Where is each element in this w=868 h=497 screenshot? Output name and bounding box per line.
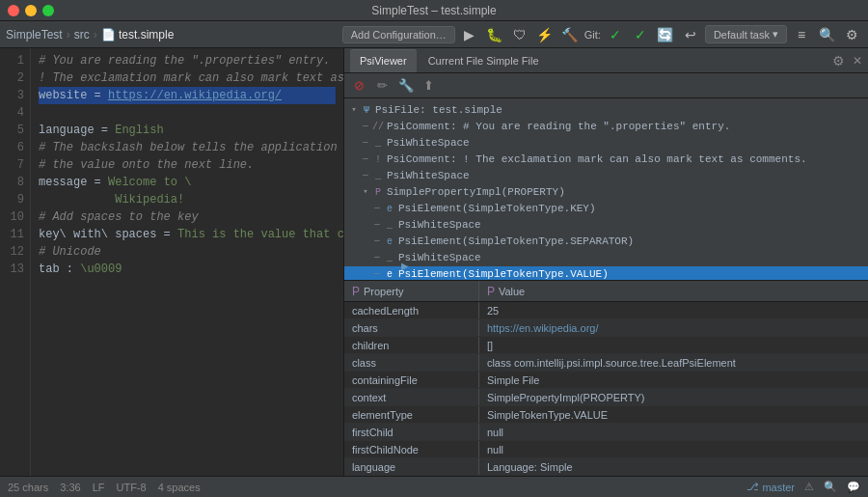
titlebar: SimpleTest – test.simple [0,0,868,21]
tree-item-value[interactable]: — e PsiElement(SimpleTokenType.VALUE) [344,266,868,280]
tree-item-whitespace-1[interactable]: — _ PsiWhiteSpace [344,135,868,152]
maximize-button[interactable] [42,5,54,16]
git-sync-icon[interactable]: 🔄 [655,24,676,45]
tree-item-comment-1[interactable]: — // PsiComment: # You are reading the "… [344,119,868,135]
expand-icon[interactable]: ▾ [348,102,360,119]
window-controls [8,5,54,16]
prop-row-chars: chars https://en.wikipedia.org/ [344,319,868,337]
tree-item-whitespace-3[interactable]: — _ PsiWhiteSpace [344,217,868,234]
value-icon: e [383,268,396,281]
space-icon: _ [371,137,385,151]
psi-wrench-button[interactable]: 🔧 [396,76,416,96]
window-title: SimpleTest – test.simple [371,4,496,17]
psi-tab-bar: PsiViewer Current File Simple File ⚙ ✕ [344,48,868,73]
prop-row-class: class class com.intellij.psi.impl.source… [344,354,868,372]
space-icon-2: _ [371,170,385,183]
property-col-header: P Property [344,281,479,301]
space-icon-3: _ [383,219,396,233]
git-revert-icon[interactable]: ↩ [680,24,701,45]
git-branch-name: master [762,482,795,493]
tree-item-property-1[interactable]: ▾ P SimplePropertyImpl(PROPERTY) [344,184,868,201]
value-col-icon: P [487,285,495,298]
status-inspect-icon[interactable]: 🔍 [824,481,837,493]
tree-item-psifile[interactable]: ▾ Ψ PsiFile: test.simple [344,102,868,119]
editor-panel: 1234 5678 910111213 # You are reading th… [0,48,344,476]
property-table-header: P Property P Value [344,281,868,302]
git-label: Git: [584,29,601,41]
tree-item-key[interactable]: — e PsiElement(SimpleTokenType.KEY) [344,201,868,217]
psi-tree[interactable]: ▾ Ψ PsiFile: test.simple — // PsiComment… [344,98,868,280]
prop-row-elementType: elementType SimpleTokenType.VALUE [344,406,868,424]
code-line-6: # The backslash below tells the applicat… [39,139,336,156]
settings-icon[interactable]: ⚙ [841,24,862,45]
task-icon[interactable]: ≡ [791,24,812,45]
close-button[interactable] [8,5,19,16]
psi-stop-button[interactable]: ⊘ [350,76,369,96]
breadcrumb-project[interactable]: SimpleTest [6,28,63,41]
code-line-12: # Unicode [39,243,336,261]
profiler-button[interactable]: ⚡ [534,24,556,45]
code-content[interactable]: # You are reading the ".properties" entr… [31,48,343,476]
property-table-section: P Property P Value cachedLength 25 chars… [344,280,868,476]
psi-close-icon[interactable]: ✕ [853,54,862,68]
prop-row-context: context SimplePropertyImpl(PROPERTY) [344,389,868,406]
git-branch[interactable]: ⎇ master [746,481,795,493]
statusbar: 25 chars 3:36 LF UTF-8 4 spaces ⎇ master… [0,476,868,497]
psi-settings-icon[interactable]: ⚙ [832,53,845,69]
code-line-9: Wikipedia! [39,191,336,208]
psi-scroll-up-button[interactable]: ⬆ [420,76,439,96]
main-toolbar: SimpleTest › src › 📄 test.simple Add Con… [0,21,868,48]
git-check-icon[interactable]: ✓ [630,24,651,45]
tree-item-whitespace-4[interactable]: — _ PsiWhiteSpace [344,250,868,266]
value-col-header: P Value [479,281,868,301]
breadcrumb-file[interactable]: 📄 test.simple [101,28,175,41]
status-event-log-icon[interactable]: 💬 [847,481,860,493]
status-warning-icon[interactable]: ⚠ [804,481,814,493]
prop-row-language: language Language: Simple [344,458,868,476]
run-button[interactable]: ▶ [459,24,480,45]
build-button[interactable]: 🔨 [559,24,581,45]
code-line-4 [39,104,336,122]
status-encoding[interactable]: UTF-8 [116,482,146,493]
code-line-13: tab : \u0009 [39,261,336,278]
coverage-button[interactable]: 🛡 [509,24,530,45]
status-position: 3:36 [60,482,80,493]
separator-icon: e [383,235,396,249]
debug-button[interactable]: 🐛 [484,24,505,45]
add-configuration-button[interactable]: Add Configuration… [342,26,455,43]
tree-item-separator[interactable]: — e PsiElement(SimpleTokenType.SEPARATOR… [344,234,868,250]
psi-toolbar: ⊘ ✏ 🔧 ⬆ [344,73,868,98]
code-line-5: language = English [39,122,336,139]
psi-edit-button[interactable]: ✏ [373,76,393,96]
value-col-label: Value [499,286,525,297]
tree-item-comment-2[interactable]: — ! PsiComment: ! The exclamation mark c… [344,152,868,168]
minimize-button[interactable] [25,5,37,16]
git-status-icon[interactable]: ✓ [605,24,626,45]
editor-content[interactable]: 1234 5678 910111213 # You are reading th… [0,48,343,476]
default-task-label: Default task [714,29,770,41]
search-everywhere-icon[interactable]: 🔍 [816,24,837,45]
property-icon: P [371,186,385,200]
code-line-1: # You are reading the ".properties" entr… [39,52,336,69]
breadcrumb-src[interactable]: src [74,28,90,41]
property-table: cachedLength 25 chars https://en.wikiped… [344,302,868,476]
status-indent[interactable]: 4 spaces [158,482,201,493]
git-branch-icon: ⎇ [746,481,759,493]
tab-psiviewer[interactable]: PsiViewer [350,49,417,72]
status-line-ending[interactable]: LF [93,482,105,493]
psi-viewer-panel: PsiViewer Current File Simple File ⚙ ✕ ⊘… [344,48,868,476]
property-expand-icon[interactable]: ▾ [360,184,371,201]
tab-current-file[interactable]: Current File Simple File [419,49,549,72]
breadcrumb: SimpleTest › src › 📄 test.simple [6,28,339,41]
prop-row-children: children [] [344,337,868,354]
default-task-button[interactable]: Default task ▾ [705,25,787,43]
property-col-label: Property [364,286,404,297]
tree-item-whitespace-2[interactable]: — _ PsiWhiteSpace [344,168,868,184]
statusbar-right: ⎇ master ⚠ 🔍 💬 [746,481,860,493]
expand-placeholder: — [360,119,371,135]
code-line-3: website = https://en.wikipedia.org/ [39,87,336,104]
prop-row-containingFile: containingFile Simple File [344,372,868,389]
chevron-down-icon: ▾ [773,28,778,41]
code-line-7: # the value onto the next line. [39,156,336,174]
prop-row-cachedLength: cachedLength 25 [344,302,868,319]
